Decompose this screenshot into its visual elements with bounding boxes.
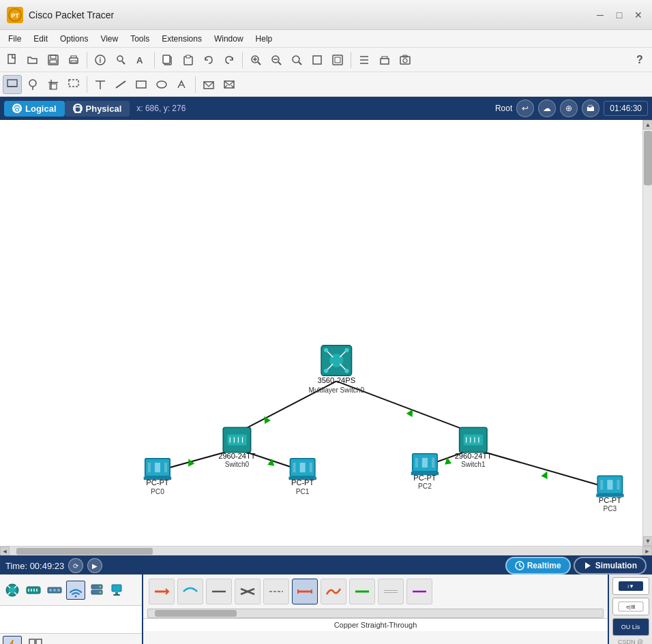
menu-extensions[interactable]: Extensions (156, 33, 207, 45)
main-content: 3560-24PS Multilayer Switch0 2960-24TT (0, 120, 652, 555)
simulation-button[interactable]: Simulation (574, 557, 647, 574)
connection-scrollbar[interactable] (147, 609, 604, 618)
conn-serial-icon[interactable] (406, 579, 432, 604)
scroll-left-arrow[interactable]: ◄ (0, 547, 10, 556)
vertical-scrollbar[interactable]: ▲ ▼ (642, 120, 652, 546)
menu-help[interactable]: Help (250, 33, 278, 45)
help-button[interactable]: ? (630, 50, 649, 70)
conn-straight-icon[interactable] (206, 579, 232, 604)
list-button[interactable] (355, 50, 374, 70)
svg-rect-104 (300, 463, 306, 472)
redo-button[interactable] (220, 50, 239, 70)
svg-rect-150 (36, 639, 42, 645)
zoom-reset-button[interactable] (287, 50, 306, 70)
info-button[interactable]: i (91, 50, 110, 70)
scroll-down-arrow[interactable]: ▼ (643, 536, 652, 546)
menu-file[interactable]: File (3, 33, 27, 45)
maximize-button[interactable]: □ (612, 8, 626, 22)
mini-btn-3[interactable]: OU Lis (612, 618, 649, 636)
rect-tool[interactable] (132, 75, 151, 94)
menu-view[interactable]: View (95, 33, 123, 45)
svg-rect-106 (310, 463, 312, 472)
simulation-toolbar: Time: 00:49:23 ⟳ ▶ Realtime Simulation (0, 557, 652, 574)
copy-button[interactable] (158, 50, 177, 70)
svg-text:Switch1: Switch1 (461, 461, 486, 468)
zoom-in-button[interactable] (246, 50, 265, 70)
realtime-button[interactable]: Realtime (505, 557, 571, 574)
device-wireless-icon[interactable] (66, 581, 85, 600)
mini-btn-2[interactable]: e|⊞ (612, 598, 649, 615)
line-tool[interactable] (111, 75, 130, 94)
scroll-thumb-horizontal[interactable] (16, 548, 153, 555)
ellipse-tool[interactable] (152, 75, 171, 94)
open-button[interactable] (23, 50, 42, 70)
svg-rect-54 (75, 107, 80, 112)
text-tool[interactable] (91, 75, 110, 94)
scroll-up-arrow[interactable]: ▲ (643, 120, 652, 129)
undo-view-button[interactable]: ↩ (516, 99, 534, 117)
scroll-right-arrow[interactable]: ► (642, 547, 652, 556)
device-server-icon[interactable] (87, 581, 106, 600)
svg-line-60 (473, 449, 610, 489)
conn-crossover-icon[interactable] (235, 579, 261, 604)
fit-button[interactable] (308, 50, 327, 70)
conn-coax-icon[interactable] (378, 579, 404, 604)
draw-sep-2 (195, 76, 196, 93)
app-title: Cisco Packet Tracer (29, 10, 114, 20)
grid-icon[interactable] (26, 636, 45, 645)
menu-tools[interactable]: Tools (125, 33, 155, 45)
cloud-button[interactable]: ☁ (538, 99, 556, 117)
conn-copper-icon[interactable] (292, 579, 318, 604)
envelope-tool[interactable] (199, 75, 218, 94)
horizontal-scrollbar[interactable]: ◄ ► (0, 546, 652, 555)
svg-point-140 (75, 595, 77, 597)
pointer-tool[interactable] (23, 75, 42, 94)
conn-scroll-thumb[interactable] (155, 610, 237, 617)
physical-tab[interactable]: Physical (65, 101, 130, 117)
zoom-out-button[interactable] (267, 50, 286, 70)
text-button[interactable]: A (132, 50, 151, 70)
landscape-button[interactable]: 🏔 (582, 99, 599, 117)
svg-text:2960-24TT: 2960-24TT (218, 452, 256, 460)
device-pc-icon[interactable] (108, 581, 128, 600)
conn-fiber-icon[interactable] (321, 579, 346, 604)
new-button[interactable] (3, 50, 22, 70)
menu-window[interactable]: Window (209, 33, 249, 45)
svg-text:A: A (136, 55, 143, 65)
time-play-button[interactable]: ▶ (87, 558, 102, 573)
fullscreen-button[interactable] (328, 50, 347, 70)
resize-tool[interactable] (64, 75, 83, 94)
select-tool[interactable] (3, 75, 22, 94)
move-tool[interactable] (44, 75, 63, 94)
conn-phone-icon[interactable] (349, 579, 375, 604)
device-router-icon[interactable] (3, 581, 22, 600)
device-hub-icon[interactable] (45, 581, 64, 600)
time-reset-button[interactable]: ⟳ (68, 558, 83, 573)
paste-button[interactable] (179, 50, 198, 70)
save-button[interactable] (44, 50, 63, 70)
network-button[interactable]: ⊕ (560, 99, 578, 117)
device-footer (0, 633, 142, 644)
photo-button[interactable] (396, 50, 415, 70)
scroll-thumb-vertical[interactable] (644, 131, 652, 185)
printer-button[interactable] (375, 50, 394, 70)
device-switch-icon[interactable] (24, 581, 43, 600)
logical-tab[interactable]: Logical (4, 101, 65, 117)
conn-console-icon[interactable] (177, 579, 203, 604)
toolbar-sep-1 (87, 52, 87, 68)
pen-tool[interactable] (173, 75, 192, 94)
mini-btn-1[interactable]: i▼ (612, 577, 649, 595)
network-canvas[interactable]: 3560-24PS Multilayer Switch0 2960-24TT (0, 120, 642, 546)
close-button[interactable]: ✕ (632, 8, 645, 22)
menu-edit[interactable]: Edit (28, 33, 53, 45)
conn-rollover-icon[interactable] (263, 579, 289, 604)
physical-tab-label: Physical (86, 104, 122, 114)
undo-button[interactable] (199, 50, 218, 70)
mail-tool[interactable] (220, 75, 239, 94)
print-button[interactable] (64, 50, 83, 70)
conn-auto-icon[interactable] (149, 579, 175, 604)
connections-icon[interactable] (3, 636, 22, 645)
menu-options[interactable]: Options (55, 33, 93, 45)
minimize-button[interactable]: ─ (593, 8, 607, 22)
inspect-button[interactable] (111, 50, 130, 70)
